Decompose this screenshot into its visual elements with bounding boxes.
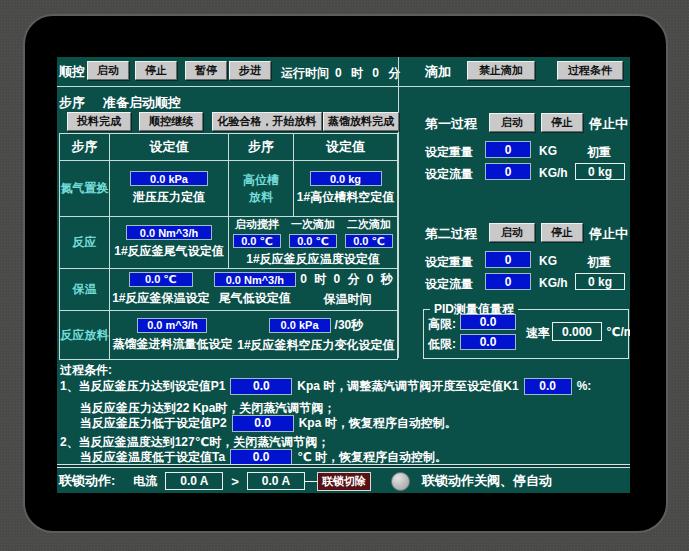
pressure-p1-input[interactable]: 0.0	[230, 378, 292, 395]
hightank-value-cell: 0.0 kg 1#高位槽料空定值	[294, 161, 397, 217]
insulation-step-cell: 保温	[60, 269, 110, 311]
process1-flow-unit: KG/h	[539, 166, 568, 180]
pid-high-input[interactable]: 0.0	[460, 314, 516, 330]
pid-range-group: PID测量值量程 高限: 0.0 低限: 0.0 速率 0.000 ℃/m	[423, 309, 629, 359]
process2-stop-button[interactable]: 停止	[541, 223, 583, 242]
interlock-cutout-button[interactable]: 联锁切除	[317, 472, 371, 491]
nitrogen-value-cell: 0.0 kPa 泄压压力定值	[110, 161, 229, 217]
right-panel: 第一过程 启动 停止 停止中 设定重量 0 KG 初重 设定流量 0 KG/h …	[399, 57, 630, 360]
pid-low-input[interactable]: 0.0	[460, 334, 516, 350]
sequence-table: 步序 设定值 步序 设定值 氮气置换 0.0 kPa 泄压压力定值 高位槽放料 …	[59, 133, 398, 360]
tailgas-low-input[interactable]: 0.0 Nm^3/h	[214, 272, 296, 287]
nitrogen-step-name: 氮气置换	[61, 180, 109, 197]
discharge-values-cell: 0.0 m^3/h 蒸馏釜进料流量低设定 0.0 kPa /30秒 1#反应釜料…	[110, 311, 397, 359]
insulation-temp-desc: 1#反应釜保温设定	[112, 290, 209, 307]
first-drip-temp-input[interactable]: 0.0 ℃	[289, 234, 337, 248]
step-label: 步序	[59, 94, 85, 112]
pid-low-label: 低限:	[428, 336, 456, 353]
relief-pressure-input[interactable]: 0.0 kPa	[130, 171, 208, 186]
condition-1-text-a: 1、当反应釜压力达到设定值P1	[60, 378, 225, 395]
table-header-step-1: 步序	[60, 134, 110, 161]
process1-weight-input[interactable]: 0	[485, 141, 531, 158]
distill-feedflow-low-desc: 蒸馏釜进料流量低设定	[112, 336, 232, 353]
process2-initial-label: 初重	[587, 254, 611, 271]
condition-1-text-b: Kpa 时，调整蒸汽调节阀开度至设定值K1	[297, 378, 518, 395]
nitrogen-step-cell: 氮气置换	[60, 161, 110, 217]
interlock-label: 联锁动作:	[59, 472, 115, 490]
condition-line-1: 1、当反应釜压力达到设定值P1 0.0 Kpa 时，调整蒸汽调节阀开度至设定值K…	[60, 377, 596, 395]
process1-flow-input[interactable]: 0	[485, 163, 531, 180]
empty-pressure-change-desc: 1#反应釜料空压力变化设定值	[237, 337, 394, 354]
process2-weight-input[interactable]: 0	[485, 251, 531, 268]
process1-initial-label: 初重	[587, 144, 611, 161]
process2-flow-input[interactable]: 0	[485, 273, 531, 290]
tailgas-setpoint-input[interactable]: 0.0 Nm^3/h	[126, 225, 212, 240]
hightank-empty-input[interactable]: 0.0 kg	[310, 171, 382, 186]
current-label: 电流	[133, 473, 157, 490]
condition-5-text-a: 当反应釜温度低于设定值Ta	[80, 449, 225, 466]
pressure-p2-input[interactable]: 0.0	[232, 415, 294, 432]
process2-initial-weight-display: 0 kg	[575, 273, 625, 290]
interlock-row: 联锁动作: 电流 0.0 A > 0.0 A 联锁切除 联锁动作关阀、停自动	[59, 471, 627, 491]
distill-feedflow-low-input[interactable]: 0.0 m^3/h	[137, 318, 207, 333]
first-drip-label: 一次滴加	[291, 217, 335, 232]
reaction-tailgas-cell: 0.0 Nm^3/h 1#反应釜尾气设定值	[110, 217, 229, 269]
process1-start-button[interactable]: 启动	[489, 113, 535, 132]
process1-title: 第一过程	[425, 115, 477, 133]
seq-start-button[interactable]: 启动	[87, 61, 129, 80]
runtime-value: 0 时 0 分	[335, 65, 403, 82]
distill-done-button[interactable]: 蒸馏放料完成	[323, 112, 399, 131]
valve-k1-input[interactable]: 0.0	[524, 378, 572, 395]
seq-control-label: 顺控	[59, 63, 85, 81]
process2-status: 停止中	[589, 225, 628, 243]
pid-high-label: 高限:	[428, 316, 456, 333]
empty-pressure-change-input[interactable]: 0.0 kPa	[269, 318, 331, 333]
per-30s-label: /30秒	[335, 317, 364, 334]
seq-pause-button[interactable]: 暂停	[185, 61, 227, 80]
test-pass-button[interactable]: 化验合格，开始放料	[212, 112, 322, 131]
tailgas-low-desc: 尾气低设定值	[219, 290, 291, 307]
interlock-indicator-lamp	[391, 472, 410, 491]
seq-stop-button[interactable]: 停止	[135, 61, 177, 80]
hmi-screen: 顺控 启动 停止 暂停 步进 运行时间 0 时 0 分 滴加 禁止滴加 过程条件…	[57, 57, 630, 493]
step-status-text: 准备启动顺控	[103, 94, 181, 112]
process1-block: 第一过程 启动 停止 停止中 设定重量 0 KG 初重 设定流量 0 KG/h …	[399, 113, 630, 187]
process2-flow-label: 设定流量	[425, 276, 473, 293]
second-drip-temp-input[interactable]: 0.0 ℃	[345, 234, 393, 248]
insulation-temp-input[interactable]: 0.0 ℃	[129, 272, 193, 287]
condition-3-text-a: 当反应釜压力低于设定值P2	[80, 415, 227, 432]
pid-rate-unit: ℃/m	[606, 325, 630, 339]
conditions-block: 过程条件: 1、当反应釜压力达到设定值P1 0.0 Kpa 时，调整蒸汽调节阀开…	[59, 360, 629, 464]
feed-done-button[interactable]: 投料完成	[67, 112, 131, 131]
condition-line-3: 当反应釜压力低于设定值P2 0.0 Kpa 时，恢复程序自动控制。	[80, 414, 462, 432]
reaction-temps-cell: 启动搅拌 0.0 ℃ 一次滴加 0.0 ℃ 二次滴加 0.0 ℃ 1#反应釜反应…	[229, 217, 397, 269]
header-text: 步序	[72, 138, 98, 156]
table-header-setvalue-2: 设定值	[294, 134, 397, 161]
header-text: 设定值	[150, 138, 189, 156]
process1-weight-label: 设定重量	[425, 144, 473, 161]
table-header-setvalue-1: 设定值	[110, 134, 229, 161]
interlock-note: 联锁动作关阀、停自动	[422, 472, 552, 490]
process1-flow-label: 设定流量	[425, 166, 473, 183]
discharge-step-cell: 反应放料	[60, 311, 110, 359]
insulation-time-label: 保温时间	[323, 291, 371, 308]
table-header-step-2: 步序	[229, 134, 294, 161]
process2-weight-unit: KG	[539, 254, 557, 268]
temp-ta-input[interactable]: 0.0	[230, 449, 292, 466]
insulation-time-value: 0 时 0 分 0 秒	[300, 271, 395, 288]
process2-start-button[interactable]: 启动	[489, 223, 535, 242]
pid-rate-label: 速率	[526, 325, 550, 342]
process2-weight-label: 设定重量	[425, 254, 473, 271]
process1-initial-weight-display: 0 kg	[575, 163, 625, 180]
header-text: 步序	[248, 138, 274, 156]
reaction-temp-desc: 1#反应釜反应温度设定值	[246, 251, 379, 268]
tailgas-setpoint-desc: 1#反应釜尾气设定值	[114, 243, 223, 260]
seq-continue-button[interactable]: 顺控继续	[139, 112, 203, 131]
reaction-step-name: 反应	[73, 234, 97, 251]
seq-step-button[interactable]: 步进	[229, 61, 271, 80]
process1-stop-button[interactable]: 停止	[541, 113, 583, 132]
stir-start-temp-input[interactable]: 0.0 ℃	[233, 234, 281, 248]
process2-block: 第二过程 启动 停止 停止中 设定重量 0 KG 初重 设定流量 0 KG/h …	[399, 223, 630, 297]
process2-title: 第二过程	[425, 225, 477, 243]
hightank-step-name: 高位槽放料	[240, 172, 282, 206]
